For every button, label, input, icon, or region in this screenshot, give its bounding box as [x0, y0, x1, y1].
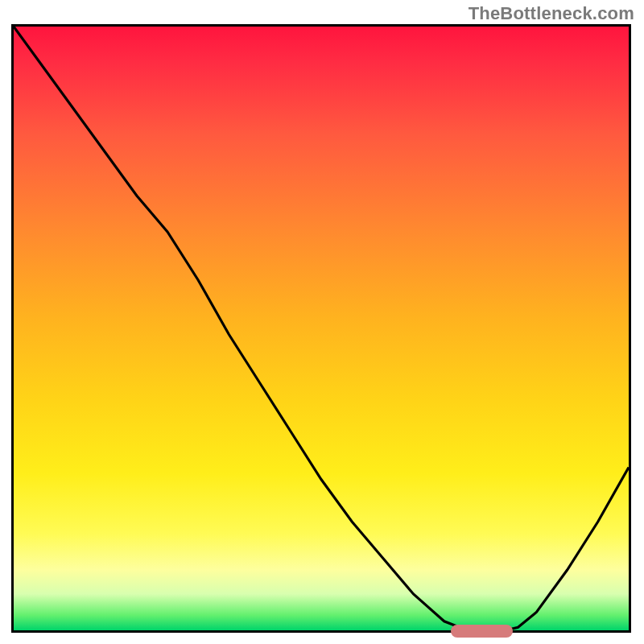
- minimum-marker: [451, 625, 513, 638]
- watermark-text: TheBottleneck.com: [469, 3, 634, 24]
- chart-svg: [14, 27, 629, 630]
- chart-container: [11, 24, 631, 633]
- bottleneck-curve-path: [14, 27, 629, 630]
